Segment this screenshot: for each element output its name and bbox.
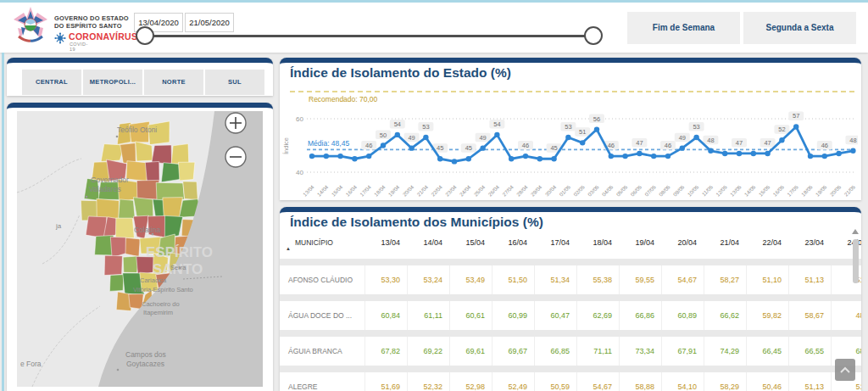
data-point[interactable] — [836, 151, 841, 156]
table-scrollbar-thumb[interactable] — [853, 239, 859, 283]
date-range-slider-track[interactable] — [144, 35, 593, 37]
data-point[interactable] — [680, 145, 685, 150]
map-zoom-out-button[interactable] — [225, 147, 246, 167]
weekdays-filter-button[interactable]: Segunda a Sexta — [743, 12, 856, 44]
column-header-date[interactable]: 15/04 — [449, 238, 492, 247]
x-tick-label: 20/04 — [401, 183, 415, 197]
municipality-name: AFONSO CLÁUDIO — [280, 276, 364, 284]
data-point[interactable] — [537, 156, 542, 161]
data-point[interactable] — [693, 135, 698, 140]
municipality-region[interactable] — [109, 275, 124, 292]
municipality-name: ÁGUIA BRANCA — [280, 347, 364, 355]
region-button-central[interactable]: CENTRAL — [22, 70, 81, 95]
column-header-municipio[interactable]: MUNICÍPIO — [280, 238, 364, 247]
back-to-top-button[interactable] — [835, 359, 855, 381]
municipality-region[interactable] — [119, 199, 136, 220]
isolation-value: 52,49 — [492, 372, 534, 391]
region-button-sul[interactable]: SUL — [205, 70, 264, 95]
table-row[interactable]: ALEGRE51,6952,3252,9852,4950,5954,6758,8… — [280, 372, 861, 391]
column-header-date[interactable]: 23/04 — [788, 238, 831, 247]
data-point[interactable] — [609, 154, 614, 159]
table-row[interactable]: ÁGUIA BRANCA67,8269,2269,6169,6766,8571,… — [280, 337, 861, 366]
weekend-filter-button[interactable]: Fim de Semana — [627, 12, 740, 44]
data-point[interactable] — [466, 156, 471, 161]
municipality-region[interactable] — [125, 237, 140, 256]
column-header-date[interactable]: 21/04 — [704, 238, 746, 247]
data-point[interactable] — [366, 154, 371, 159]
column-header-date[interactable]: 18/04 — [576, 238, 619, 247]
data-point[interactable] — [651, 154, 656, 159]
data-point[interactable] — [637, 151, 642, 156]
data-point[interactable] — [309, 154, 314, 159]
data-point[interactable] — [737, 151, 742, 156]
data-point[interactable] — [765, 151, 770, 156]
value-label: 50 — [380, 131, 387, 139]
region-button-norte[interactable]: NORTE — [144, 70, 203, 95]
data-point[interactable] — [523, 154, 528, 159]
slider-handle-end[interactable] — [584, 26, 603, 45]
data-point[interactable] — [751, 151, 756, 156]
table-body: AFONSO CLÁUDIO53,3053,2453,4951,5051,345… — [280, 259, 861, 391]
isolation-value: 67,82 — [364, 337, 407, 366]
data-point[interactable] — [665, 154, 670, 159]
data-point[interactable] — [594, 126, 599, 131]
municipality-region[interactable] — [183, 182, 198, 200]
data-point[interactable] — [565, 135, 570, 140]
data-point[interactable] — [793, 124, 798, 129]
table-row[interactable]: ÁGUA DOCE DO ...60,8461,1160,6160,9960,4… — [280, 301, 861, 330]
data-point[interactable] — [381, 142, 386, 148]
data-point[interactable] — [708, 148, 713, 154]
data-point[interactable] — [409, 145, 414, 150]
svg-text:ESPÍRITO: ESPÍRITO — [146, 244, 213, 260]
isolation-value: 69,61 — [449, 337, 492, 366]
data-point[interactable] — [551, 156, 556, 161]
espirito-santo-map[interactable]: ESPÍRITO SANTO Teófilo OtoniGovernadorVa… — [17, 111, 263, 387]
column-header-date[interactable]: 13/04 — [364, 238, 407, 247]
data-point[interactable] — [580, 140, 585, 145]
gov-title-line2: DO ESPÍRITO SANTO — [54, 22, 129, 30]
data-point[interactable] — [324, 154, 329, 159]
municipality-region[interactable] — [178, 162, 195, 181]
data-point[interactable] — [423, 135, 428, 140]
dashboard: GOVERNO DO ESTADO DO ESPÍRITO SANTO CORO… — [0, 0, 868, 391]
data-point[interactable] — [437, 156, 442, 161]
column-header-date[interactable]: 17/04 — [534, 238, 576, 247]
municipality-region[interactable] — [161, 163, 181, 182]
municipality-region[interactable] — [126, 161, 147, 182]
column-header-date[interactable]: 16/04 — [492, 238, 534, 247]
column-header-date[interactable]: 14/04 — [407, 238, 449, 247]
table-scroll-up-arrow[interactable] — [852, 229, 859, 234]
data-point[interactable] — [822, 154, 827, 159]
data-point[interactable] — [509, 156, 514, 161]
data-point[interactable] — [622, 154, 627, 159]
column-header-date[interactable]: 20/04 — [661, 238, 704, 247]
data-point[interactable] — [480, 145, 485, 150]
data-point[interactable] — [494, 132, 499, 137]
region-button-metropolitana[interactable]: METROPOLI... — [83, 70, 142, 95]
isolation-value: 71,11 — [576, 337, 619, 366]
date-end-input[interactable]: 21/05/2020 — [185, 13, 234, 32]
column-header-date[interactable]: 19/04 — [619, 238, 661, 247]
value-label: 46 — [821, 142, 828, 149]
data-point[interactable] — [722, 151, 727, 156]
municipality-region[interactable] — [145, 161, 159, 182]
data-point[interactable] — [395, 132, 400, 137]
municipality-region[interactable] — [97, 198, 120, 219]
map-zoom-in-button[interactable] — [225, 113, 246, 133]
data-point[interactable] — [337, 154, 342, 159]
city-label: ja — [55, 222, 62, 230]
data-point[interactable] — [352, 156, 357, 161]
data-point[interactable] — [779, 137, 784, 142]
municipality-region[interactable] — [152, 145, 172, 165]
data-point[interactable] — [452, 159, 457, 164]
sort-ascending-icon[interactable]: ▲ — [286, 246, 291, 251]
municipality-region[interactable] — [171, 144, 189, 165]
municipality-region[interactable] — [86, 216, 107, 238]
table-row[interactable]: AFONSO CLÁUDIO53,3053,2453,4951,5051,345… — [280, 265, 861, 294]
municipality-region[interactable] — [115, 218, 134, 238]
municipality-region[interactable] — [104, 255, 122, 275]
slider-handle-start[interactable] — [136, 26, 154, 45]
column-header-date[interactable]: 22/04 — [746, 238, 788, 247]
data-point[interactable] — [850, 148, 855, 154]
data-point[interactable] — [808, 154, 813, 159]
